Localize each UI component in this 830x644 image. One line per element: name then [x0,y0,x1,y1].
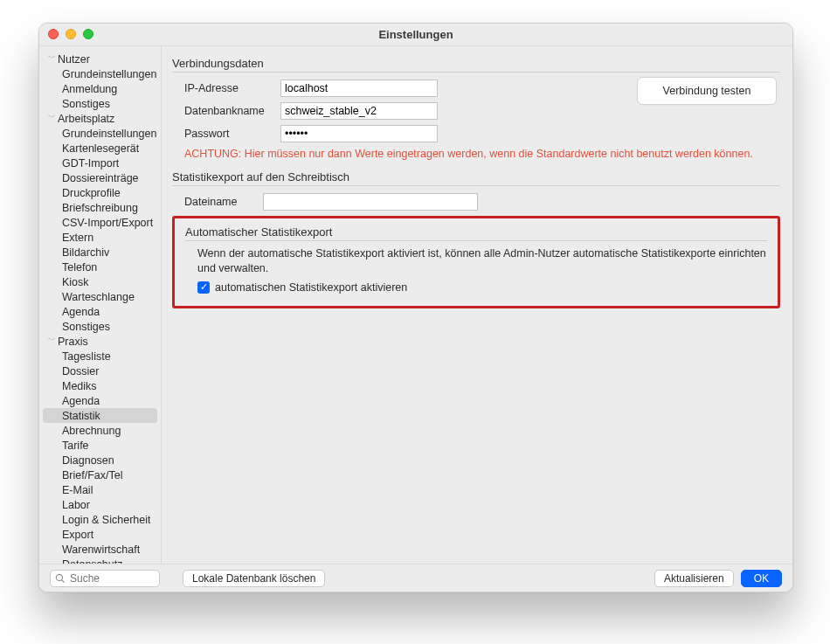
db-input[interactable] [280,102,438,120]
minimize-icon[interactable] [66,29,76,39]
sidebar-item[interactable]: Warenwirtschaft [39,542,161,557]
sidebar-item[interactable]: Abrechnung [39,423,161,438]
pw-label: Passwort [184,128,280,140]
sidebar-group-label: Praxis [58,336,88,348]
zoom-icon[interactable] [83,29,93,39]
sidebar-item-label: Tagesliste [62,350,111,363]
sidebar-item-label: Druckprofile [62,187,121,199]
sidebar-item[interactable]: Export [39,527,161,542]
sidebar-item-label: GDT-Import [62,157,119,170]
sidebar-item-label: Grundeinstellungen [62,128,156,140]
titlebar: Einstellungen [39,24,792,46]
sidebar-item[interactable]: Mediks [39,378,161,393]
delete-local-db-button[interactable]: Lokale Datenbank löschen [183,570,325,587]
search-icon [55,573,66,584]
section-connection-header: Verbindungsdaten [172,57,780,70]
divider [172,72,780,73]
refresh-label: Aktualisieren [664,572,724,585]
sidebar-item[interactable]: Diagnosen [39,453,161,467]
sidebar-item-label: Kartenlesegerät [62,142,139,155]
sidebar-group[interactable]: ﹀Nutzer [39,52,161,66]
sidebar-group[interactable]: ﹀Praxis [39,334,161,349]
sidebar-item[interactable]: Anmeldung [39,81,161,96]
sidebar-item-label: Warteschlange [62,291,135,303]
delete-local-db-label: Lokale Datenbank löschen [192,572,315,585]
sidebar-item[interactable]: Statistik [43,408,157,423]
sidebar-item[interactable]: CSV-Import/Export [39,215,161,230]
sidebar-group[interactable]: ﹀Arbeitsplatz [39,111,161,126]
sidebar-item-label: Kiosk [62,276,89,288]
test-connection-button[interactable]: Verbindung testen [637,77,777,105]
divider [185,240,767,241]
window-title: Einstellungen [39,28,792,41]
sidebar-item-label: Grundeinstellungen [62,68,156,80]
sidebar-item[interactable]: Kiosk [39,274,161,289]
checkbox-icon[interactable]: ✓ [197,281,210,294]
db-label: Datenbankname [184,105,280,117]
sidebar-item[interactable]: Tarife [39,438,161,453]
sidebar-item[interactable]: Dossiereinträge [39,170,161,185]
sidebar-item-label: Bildarchiv [62,246,109,259]
sidebar-item-label: Tarife [62,440,89,452]
sidebar-item[interactable]: Tagesliste [39,349,161,364]
sidebar-item[interactable]: Brief/Fax/Tel [39,467,161,482]
sidebar-item[interactable]: Agenda [39,393,161,408]
sidebar-item[interactable]: Druckprofile [39,185,161,200]
sidebar-item[interactable]: Datenschutz [39,557,161,564]
auto-export-description: Wenn der automatische Statistikexport ak… [197,246,767,276]
sidebar-item[interactable]: Bildarchiv [39,245,161,260]
sidebar-item[interactable]: Grundeinstellungen [39,66,161,81]
sidebar-item[interactable]: Sonstiges [39,319,161,334]
sidebar-item-label: Telefon [62,261,97,274]
sidebar-item[interactable]: GDT-Import [39,156,161,170]
sidebar-item-label: Dossier [62,365,99,377]
sidebar-item[interactable]: Login & Sicherheit [39,512,161,527]
sidebar-item[interactable]: Kartenlesegerät [39,141,161,156]
sidebar-item-label: Export [62,529,93,541]
footer: Lokale Datenbank löschen Aktualisieren O… [39,564,792,592]
sidebar-item[interactable]: Grundeinstellungen [39,126,161,141]
sidebar-item[interactable]: Labor [39,497,161,512]
sidebar-item-label: Abrechnung [62,425,121,437]
chevron-down-icon: ﹀ [48,335,56,346]
sidebar-item[interactable]: E-Mail [39,482,161,497]
sidebar-item-label: Anmeldung [62,83,117,95]
auto-export-checkbox-row[interactable]: ✓ automatischen Statistikexport aktivier… [197,281,767,294]
divider [172,185,780,186]
ip-input[interactable] [280,80,438,97]
sidebar-item-label: Sonstiges [62,98,110,110]
sidebar-item-label: Diagnosen [62,454,114,467]
sidebar-item-label: Statistik [62,410,100,422]
chevron-down-icon: ﹀ [48,52,56,64]
test-connection-label: Verbindung testen [663,85,751,97]
sidebar-item-label: Extern [62,232,93,244]
sidebar-item[interactable]: Telefon [39,260,161,274]
sidebar-item-label: Dossiereinträge [62,172,139,184]
section-desktop-export-header: Statistikexport auf den Schreibtisch [172,170,780,184]
auto-export-box: Automatischer Statistikexport Wenn der a… [172,216,780,308]
refresh-button[interactable]: Aktualisieren [654,570,734,587]
sidebar-item-label: Agenda [62,395,100,407]
close-icon[interactable] [48,29,59,39]
search-input[interactable] [50,570,160,587]
sidebar-item-label: Warenwirtschaft [62,544,140,556]
filename-label: Dateiname [184,196,263,208]
traffic-lights [48,29,93,39]
sidebar-item[interactable]: Extern [39,230,161,245]
sidebar-item-label: Mediks [62,380,97,392]
sidebar-item[interactable]: Sonstiges [39,96,161,111]
sidebar: ﹀NutzerGrundeinstellungenAnmeldungSonsti… [39,46,162,564]
sidebar-item-label: E-Mail [62,484,93,496]
ok-button[interactable]: OK [741,570,782,587]
sidebar-item[interactable]: Warteschlange [39,289,161,304]
sidebar-item[interactable]: Briefschreibung [39,200,161,215]
sidebar-item-label: Login & Sicherheit [62,514,150,526]
sidebar-item-label: CSV-Import/Export [62,217,153,229]
filename-input[interactable] [263,193,478,211]
sidebar-group-label: Nutzer [58,53,90,66]
sidebar-item-label: Brief/Fax/Tel [62,469,122,481]
sidebar-item[interactable]: Dossier [39,364,161,378]
pw-input[interactable] [280,125,438,142]
sidebar-item-label: Labor [62,499,90,511]
sidebar-item[interactable]: Agenda [39,304,161,319]
